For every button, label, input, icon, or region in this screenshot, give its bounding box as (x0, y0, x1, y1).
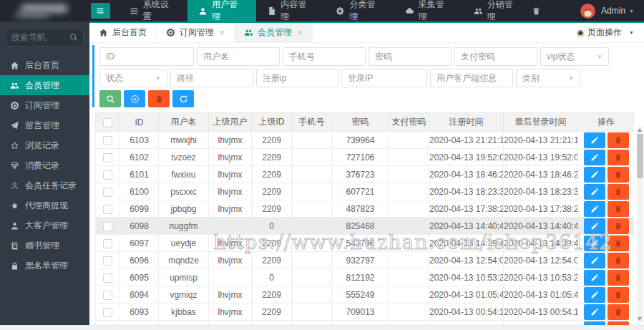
filter-input[interactable] (430, 69, 513, 87)
delete-row-button[interactable] (608, 236, 629, 251)
delete-row-button[interactable] (608, 184, 629, 200)
edit-row-button[interactable] (584, 150, 605, 165)
edit-row-button[interactable] (584, 167, 605, 183)
filter-input[interactable] (341, 69, 427, 87)
plus-icon (130, 94, 140, 104)
sidebar-item[interactable]: 大客户管理 (0, 215, 89, 236)
edit-row-button[interactable] (584, 184, 605, 200)
cell-parent_id: 0 (252, 269, 292, 286)
row-checkbox[interactable] (103, 170, 112, 180)
user-dropdown[interactable]: Admin ▼ (580, 4, 634, 19)
search-button[interactable] (99, 90, 121, 107)
edit-row-button[interactable] (584, 218, 605, 234)
row-checkbox[interactable] (103, 153, 112, 162)
sidebar-item[interactable]: 浏览记录 (0, 135, 89, 155)
cell-phone (292, 235, 332, 252)
row-checkbox[interactable] (103, 136, 112, 145)
top-menu: 系统设置 用户管理 内容管理 分类管理 采集管理 分销管理 (119, 0, 532, 21)
edit-row-button[interactable] (584, 304, 605, 320)
filter-input[interactable] (283, 47, 366, 66)
sidebar-item[interactable]: 会员任务记录 (0, 175, 89, 195)
horizontal-scrollbar[interactable] (0, 325, 644, 330)
clear-cache-icon[interactable] (532, 6, 541, 16)
delete-row-button[interactable] (608, 201, 629, 217)
row-checkbox[interactable] (103, 291, 112, 300)
sidebar-item[interactable]: 消费记录 (0, 155, 89, 175)
filter-input[interactable] (369, 47, 452, 66)
nav-menu-item[interactable]: 分销管理 (463, 0, 532, 21)
close-tab-icon[interactable]: × (220, 29, 225, 37)
sidebar-item[interactable]: 会员管理 (0, 75, 89, 95)
delete-row-button[interactable] (608, 167, 629, 183)
cell-parent_id: 2209 (252, 183, 292, 200)
filter-input[interactable] (99, 47, 194, 66)
top-navbar: 系统设置 用户管理 内容管理 分类管理 采集管理 分销管理 Admin ▼ (0, 0, 644, 21)
filter-select[interactable]: vip状态 ▼ (540, 47, 609, 66)
sidebar-item[interactable]: 代理商提现 (0, 195, 89, 215)
scroll-down-arrow[interactable] (638, 317, 642, 321)
filter-input[interactable] (454, 47, 537, 66)
nav-menu-item[interactable]: 采集管理 (394, 0, 463, 21)
delete-row-button[interactable] (608, 150, 629, 165)
delete-row-button[interactable] (608, 132, 629, 148)
delete-button[interactable] (148, 90, 170, 107)
filter-select[interactable]: 状态 ▼ (99, 69, 167, 87)
cell-id: 6102 (120, 149, 159, 166)
edit-row-button[interactable] (584, 236, 605, 251)
sidebar-search-input[interactable] (11, 32, 69, 42)
delete-row-button[interactable] (608, 253, 629, 268)
cell-register_time: 2020-04-13 18:46:26 (429, 166, 504, 183)
row-checkbox[interactable] (103, 205, 112, 214)
cell-pay_password (389, 235, 429, 252)
row-checkbox[interactable] (103, 222, 112, 231)
cell-parent_user: lhvjmx (209, 183, 252, 200)
delete-row-button[interactable] (608, 270, 629, 286)
sidebar-toggle-button[interactable] (91, 3, 110, 19)
row-checkbox[interactable] (103, 188, 112, 197)
filter-panel: vip状态 ▼ 状态 ▼ 类别 ▼ (92, 45, 638, 107)
nav-menu-item[interactable]: 用户管理 (187, 0, 256, 21)
delete-row-button[interactable] (608, 218, 629, 234)
cell-password: 376723 (332, 166, 389, 183)
edit-row-button[interactable] (584, 201, 605, 217)
cell-id: 6097 (120, 235, 159, 252)
tab[interactable]: 订阅管理 × (157, 23, 235, 42)
vertical-scrollbar[interactable] (637, 127, 643, 322)
close-tab-icon[interactable]: × (298, 29, 303, 37)
sidebar-item[interactable]: 订阅管理 (0, 95, 89, 115)
trash-icon (614, 239, 623, 248)
row-checkbox[interactable] (103, 308, 112, 317)
refresh-button[interactable] (172, 90, 194, 107)
sidebar-item[interactable]: 黑名单管理 (0, 256, 89, 276)
edit-row-button[interactable] (584, 253, 605, 268)
delete-row-button[interactable] (608, 287, 629, 303)
scroll-up-arrow[interactable] (638, 128, 642, 132)
add-button[interactable] (124, 90, 145, 107)
nav-menu-item[interactable]: 分类管理 (325, 0, 394, 21)
row-checkbox[interactable] (103, 273, 112, 283)
row-checkbox[interactable] (103, 239, 112, 248)
edit-row-button[interactable] (584, 287, 605, 303)
edit-row-button[interactable] (584, 132, 605, 148)
cell-id: 6094 (120, 286, 159, 304)
sidebar-item[interactable]: 后台首页 (0, 55, 89, 75)
filter-input[interactable] (197, 47, 280, 66)
select-all-checkbox[interactable] (103, 118, 112, 127)
nav-menu-item[interactable]: 系统设置 (119, 0, 187, 21)
filter-input[interactable] (170, 69, 253, 87)
filter-input[interactable] (256, 69, 338, 87)
filter-select[interactable]: 类别 ▼ (516, 69, 580, 87)
edit-row-button[interactable] (584, 270, 605, 286)
row-checkbox[interactable] (103, 256, 112, 266)
page-actions-dropdown[interactable]: ◉ 页面操作 ▼ (567, 23, 644, 42)
tab[interactable]: 会员管理 × (235, 23, 313, 42)
nav-menu-item[interactable]: 内容管理 (256, 0, 325, 21)
sidebar-item[interactable]: 赠书管理 (0, 236, 89, 256)
delete-row-button[interactable] (608, 304, 629, 320)
cell-register_time: 2020-04-13 19:52:03 (429, 149, 504, 166)
sidebar-item[interactable]: 留言管理 (0, 115, 89, 135)
scrollbar-thumb[interactable] (637, 134, 643, 178)
cell-parent_user: lhvjmx (209, 149, 252, 166)
subscribe-icon (166, 28, 175, 37)
tab[interactable]: 后台首页 (89, 23, 157, 42)
